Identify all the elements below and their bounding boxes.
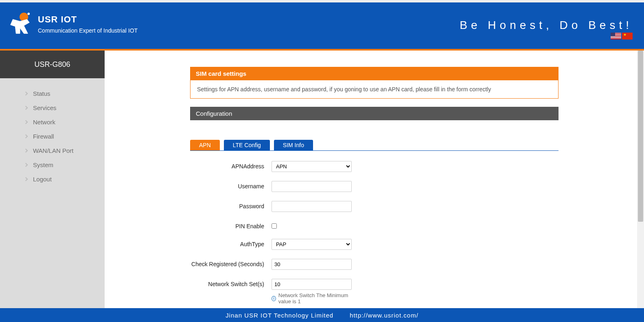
sidebar-item-services[interactable]: Services (0, 101, 105, 115)
authtype-select[interactable]: PAP (272, 239, 352, 250)
sidebar-item-label: Network (33, 119, 55, 126)
chevron-right-icon (24, 106, 28, 110)
chevron-right-icon (24, 177, 28, 181)
network-switch-hint: i Network Switch The Minimum value is 1 (272, 292, 353, 304)
label-network-switch: Network Switch Set(s) (190, 279, 272, 288)
sidebar-item-firewall[interactable]: Firewall (0, 129, 105, 143)
sidebar-item-system[interactable]: System (0, 158, 105, 172)
pin-enable-checkbox[interactable] (272, 223, 277, 229)
label-check-registered: Check Registered (Seconds) (190, 259, 272, 268)
scrollbar[interactable] (637, 51, 644, 308)
sidebar-item-label: WAN/LAN Port (33, 147, 73, 154)
label-password: Password (190, 201, 272, 210)
slogan: Be Honest, Do Best! (460, 19, 633, 32)
panel-title: SIM card settings (190, 67, 559, 80)
sidebar: USR-G806 Status Services Network Firewal… (0, 51, 105, 308)
config-header: Configuration (190, 107, 559, 120)
network-switch-input[interactable] (272, 279, 352, 290)
tagline: Communication Expert of Industrial IOT (38, 27, 138, 34)
tab-sim-info[interactable]: SIM Info (274, 140, 313, 150)
hint-text: Network Switch The Minimum value is 1 (278, 292, 353, 304)
logo-icon (8, 11, 32, 37)
tabs: APN LTE Config SIM Info (190, 140, 559, 151)
header: USR IOT Communication Expert of Industri… (0, 2, 644, 49)
password-input[interactable] (272, 201, 352, 212)
apnaddress-select[interactable]: APN (272, 161, 352, 172)
chevron-right-icon (24, 163, 28, 167)
apn-form: APNAddress APN Username Password PIN Ena… (190, 151, 559, 308)
chevron-right-icon (24, 92, 28, 96)
label-apnaddress: APNAddress (190, 161, 272, 170)
brand-name: USR IOT (38, 14, 138, 25)
check-registered-input[interactable] (272, 259, 352, 270)
flag-cn-icon[interactable] (622, 33, 633, 40)
info-icon: i (272, 296, 276, 301)
sidebar-item-wanlan[interactable]: WAN/LAN Port (0, 143, 105, 158)
lang-flags (611, 33, 633, 40)
device-model: USR-G806 (0, 51, 105, 78)
sidebar-item-label: Services (33, 104, 57, 111)
sidebar-item-logout[interactable]: Logout (0, 172, 105, 186)
config-body-strip (190, 120, 559, 128)
sidebar-item-label: Firewall (33, 133, 54, 140)
logo: USR IOT Communication Expert of Industri… (8, 11, 138, 37)
sidebar-item-status[interactable]: Status (0, 86, 105, 101)
content-area: SIM card settings Settings for APN addre… (105, 51, 644, 308)
chevron-right-icon (24, 149, 28, 153)
chevron-right-icon (24, 120, 28, 124)
panel-description: Settings for APN address, username and p… (190, 80, 559, 99)
username-input[interactable] (272, 181, 352, 192)
flag-us-icon[interactable] (611, 33, 621, 40)
scrollbar-thumb[interactable] (638, 51, 643, 222)
sidebar-item-label: Logout (33, 176, 52, 183)
chevron-right-icon (24, 135, 28, 139)
label-authtype: AuthType (190, 239, 272, 248)
tab-apn[interactable]: APN (190, 140, 220, 150)
footer: Jinan USR IOT Technology Limited http://… (0, 308, 644, 322)
nav: Status Services Network Firewall WAN/LAN… (0, 78, 105, 186)
footer-company: Jinan USR IOT Technology Limited (226, 312, 333, 319)
sidebar-item-network[interactable]: Network (0, 115, 105, 129)
label-pin-enable: PIN Enable (190, 221, 272, 230)
label-username: Username (190, 181, 272, 190)
sidebar-item-label: System (33, 161, 53, 168)
svg-point-1 (27, 13, 30, 15)
footer-url[interactable]: http://www.usriot.com/ (350, 312, 418, 319)
sidebar-item-label: Status (33, 90, 50, 97)
tab-lte-config[interactable]: LTE Config (224, 140, 270, 150)
